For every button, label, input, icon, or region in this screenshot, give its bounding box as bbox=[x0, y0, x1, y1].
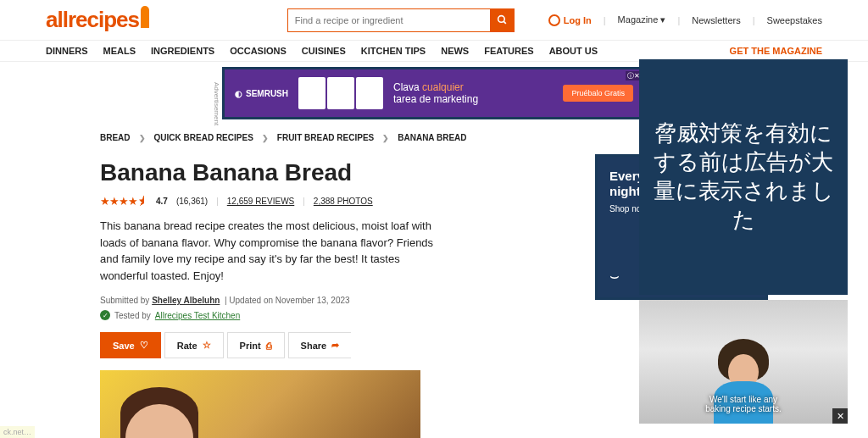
photos-link[interactable]: 2,388 PHOTOS bbox=[314, 197, 373, 206]
nav-get-magazine[interactable]: GET THE MAGAZINE bbox=[730, 46, 822, 56]
reviews-link[interactable]: 12,659 REVIEWS bbox=[227, 197, 294, 206]
breadcrumb-item[interactable]: QUICK BREAD RECIPES bbox=[154, 133, 253, 142]
recipe-title: Banana Banana Bread bbox=[100, 159, 570, 186]
star-rating: ★★★★⯨ bbox=[100, 195, 147, 208]
svg-point-0 bbox=[498, 16, 505, 23]
video-caption: We'll start like anybaking recipe starts… bbox=[639, 395, 848, 413]
ad-brand: ◐ SEMRUSH bbox=[235, 89, 288, 98]
action-bar: Save♡ Rate☆ Print⎙ Share➦ bbox=[100, 332, 570, 358]
annotation-overlay: 脅威対策を有効にする前は広告が大量に表示されました bbox=[639, 59, 848, 295]
save-button[interactable]: Save♡ bbox=[100, 332, 161, 358]
check-icon: ✓ bbox=[100, 310, 110, 320]
share-button[interactable]: Share➦ bbox=[288, 332, 352, 358]
user-icon bbox=[548, 14, 560, 26]
rating-count: (16,361) bbox=[176, 197, 208, 206]
newsletters-link[interactable]: Newsletters bbox=[692, 15, 740, 25]
search-icon bbox=[497, 14, 508, 25]
chevron-down-icon: ▾ bbox=[660, 14, 665, 25]
status-hint: ck.net… bbox=[0, 426, 35, 438]
hero-image bbox=[100, 370, 420, 438]
breadcrumb-item[interactable]: FRUIT BREAD RECIPES bbox=[277, 133, 374, 142]
search-form bbox=[287, 8, 515, 32]
breadcrumb-item[interactable]: BREAD bbox=[100, 133, 131, 142]
ad-label: Advertisement bbox=[213, 82, 220, 125]
chevron-right-icon: ❯ bbox=[262, 134, 269, 142]
video-close-button[interactable]: ✕ bbox=[832, 408, 848, 424]
nav-meals[interactable]: MEALS bbox=[103, 46, 136, 56]
search-button[interactable] bbox=[491, 8, 515, 32]
login-link[interactable]: Log In bbox=[548, 14, 592, 26]
star-icon: ☆ bbox=[203, 340, 211, 351]
breadcrumb-item[interactable]: BANANA BREAD bbox=[398, 133, 466, 142]
ad-cta-button[interactable]: Pruébalo Gratis bbox=[563, 85, 633, 102]
nav-cuisines[interactable]: CUISINES bbox=[302, 46, 346, 56]
fork-icon bbox=[141, 6, 149, 28]
svg-line-1 bbox=[504, 21, 506, 24]
nav-features[interactable]: FEATURES bbox=[484, 46, 533, 56]
print-button[interactable]: Print⎙ bbox=[227, 332, 285, 358]
nav-about[interactable]: ABOUT US bbox=[549, 46, 598, 56]
tested-badge: ✓ Tested by Allrecipes Test Kitchen bbox=[100, 310, 570, 320]
nav-dinners[interactable]: DINNERS bbox=[46, 46, 88, 56]
magazine-link[interactable]: Magazine ▾ bbox=[618, 14, 666, 25]
tested-by-link[interactable]: Allrecipes Test Kitchen bbox=[155, 311, 240, 320]
rating-value: 4.7 bbox=[156, 197, 168, 206]
recipe-meta: ★★★★⯨ 4.7 (16,361) | 12,659 REVIEWS | 2,… bbox=[100, 195, 570, 208]
chevron-right-icon: ❯ bbox=[382, 134, 389, 142]
author-link[interactable]: Shelley Albeluhn bbox=[152, 296, 220, 305]
recipe-description: This banana bread recipe creates the mos… bbox=[100, 218, 448, 284]
ad-text: Clava cualquiertarea de marketing bbox=[393, 81, 478, 105]
share-icon: ➦ bbox=[331, 340, 339, 351]
sweepstakes-link[interactable]: Sweepstakes bbox=[767, 15, 822, 25]
nav-occasions[interactable]: OCCASIONS bbox=[230, 46, 287, 56]
print-icon: ⎙ bbox=[266, 341, 272, 351]
nav-news[interactable]: NEWS bbox=[441, 46, 469, 56]
heart-icon: ♡ bbox=[140, 340, 148, 351]
banner-ad[interactable]: Advertisement Advertisement ⓘ✕ ◐ SEMRUSH… bbox=[222, 67, 646, 119]
nav-ingredients[interactable]: INGREDIENTS bbox=[151, 46, 214, 56]
search-input[interactable] bbox=[287, 8, 491, 32]
nav-kitchen-tips[interactable]: KITCHEN TIPS bbox=[361, 46, 426, 56]
amazon-smile-icon: ⌣ bbox=[609, 268, 620, 286]
header-links: Log In | Magazine ▾ | Newsletters | Swee… bbox=[548, 14, 822, 26]
video-player[interactable]: We'll start like anybaking recipe starts… bbox=[639, 300, 848, 424]
byline: Submitted by Shelley Albeluhn | Updated … bbox=[100, 296, 570, 305]
ad-graphic bbox=[298, 77, 383, 109]
chevron-right-icon: ❯ bbox=[139, 134, 146, 142]
site-logo[interactable]: allrecipes bbox=[46, 7, 149, 33]
rate-button[interactable]: Rate☆ bbox=[164, 332, 224, 358]
